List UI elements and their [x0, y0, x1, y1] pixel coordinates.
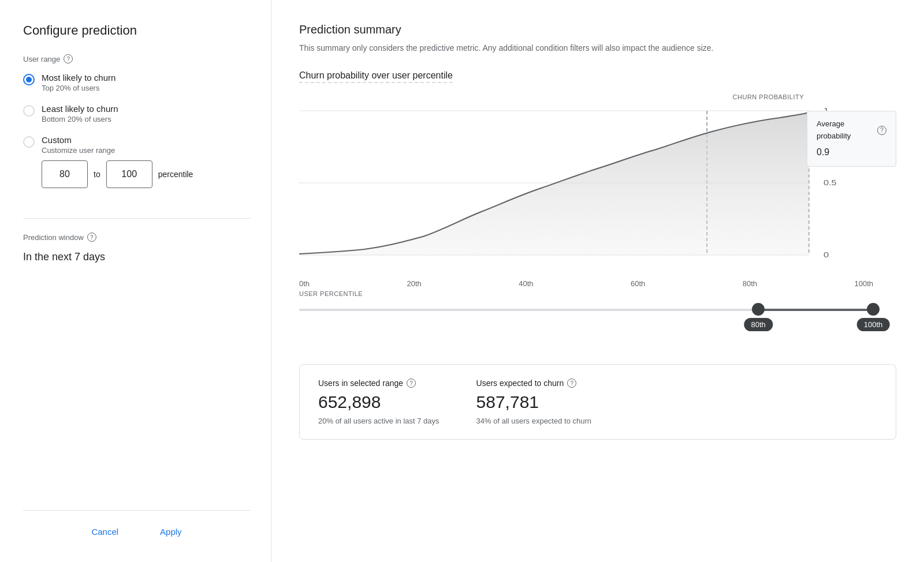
- cancel-button[interactable]: Cancel: [77, 520, 132, 544]
- radio-subtitle-most-likely: Top 20% of users: [42, 84, 116, 92]
- percentile-to-input[interactable]: [106, 160, 152, 188]
- slider-thumb-right[interactable]: 100th: [867, 303, 880, 316]
- divider-1: [23, 218, 250, 219]
- radio-group: Most likely to churn Top 20% of users Le…: [23, 73, 250, 188]
- x-label-20: 20th: [407, 279, 422, 288]
- chart-title: Churn probability over user percentile: [299, 70, 453, 83]
- user-range-help-icon[interactable]: ?: [64, 54, 73, 63]
- tooltip-help-icon[interactable]: ?: [877, 126, 886, 135]
- left-panel: Configure prediction User range ? Most l…: [0, 0, 271, 562]
- user-range-label: User range: [23, 55, 60, 63]
- radio-circle-least-likely[interactable]: [23, 105, 35, 117]
- configure-title: Configure prediction: [23, 23, 250, 38]
- radio-subtitle-custom: Customize user range: [42, 146, 193, 155]
- slider-label-right: 100th: [857, 318, 890, 331]
- slider-fill: [758, 309, 873, 311]
- stat-users-selected-label: Users in selected range: [318, 379, 403, 388]
- radio-least-likely[interactable]: Least likely to churn Bottom 20% of user…: [23, 104, 250, 123]
- percentile-from-input[interactable]: [42, 160, 88, 188]
- stat-users-churn-value: 587,781: [476, 392, 591, 412]
- stat-users-churn-note: 34% of all users expected to churn: [476, 417, 591, 425]
- user-range-section: User range ?: [23, 54, 250, 63]
- x-label-100: 100th: [854, 279, 873, 288]
- stat-users-selected-help-icon[interactable]: ?: [407, 379, 416, 388]
- radio-title-custom: Custom: [42, 135, 193, 145]
- prediction-window-label: Prediction window: [23, 233, 84, 242]
- prediction-window-section: Prediction window ? In the next 7 days: [23, 233, 250, 263]
- chart-section: Churn probability over user percentile C…: [299, 70, 896, 336]
- stat-users-churn-label: Users expected to churn: [476, 379, 564, 388]
- radio-most-likely[interactable]: Most likely to churn Top 20% of users: [23, 73, 250, 92]
- slider-track: [299, 309, 873, 311]
- percentile-inputs: to percentile: [42, 160, 193, 188]
- x-label-80: 80th: [743, 279, 757, 288]
- prediction-window-value: In the next 7 days: [23, 251, 250, 263]
- radio-title-most-likely: Most likely to churn: [42, 73, 116, 83]
- prediction-window-help-icon[interactable]: ?: [87, 233, 96, 242]
- x-label-0: 0th: [299, 279, 310, 288]
- slider-label-left: 80th: [744, 318, 773, 331]
- radio-circle-custom[interactable]: [23, 136, 35, 148]
- y-label-05: 0.5: [824, 179, 837, 187]
- summary-description: This summary only considers the predicti…: [299, 42, 796, 54]
- percentile-unit-label: percentile: [158, 170, 193, 179]
- range-slider[interactable]: 80th 100th: [299, 302, 873, 336]
- radio-custom[interactable]: Custom Customize user range to percentil…: [23, 135, 250, 188]
- tooltip-line1: Average probability: [817, 118, 875, 143]
- churn-prob-axis-label: CHURN PROBABILITY: [733, 93, 804, 100]
- stat-users-selected-note: 20% of all users active in last 7 days: [318, 417, 439, 425]
- stat-users-selected-value: 652,898: [318, 392, 439, 412]
- tooltip-value: 0.9: [817, 145, 886, 160]
- right-panel: Prediction summary This summary only con…: [271, 0, 924, 562]
- summary-stats: Users in selected range ? 652,898 20% of…: [299, 364, 896, 440]
- x-axis-title: USER PERCENTILE: [299, 290, 896, 297]
- y-label-0: 0: [824, 251, 829, 259]
- x-label-40: 40th: [519, 279, 533, 288]
- stat-users-churn: Users expected to churn ? 587,781 34% of…: [476, 379, 591, 425]
- stat-users-churn-help-icon[interactable]: ?: [567, 379, 576, 388]
- radio-subtitle-least-likely: Bottom 20% of users: [42, 115, 118, 123]
- chart-container: CHURN PROBABILITY: [299, 93, 896, 336]
- apply-button[interactable]: Apply: [146, 520, 196, 544]
- x-label-60: 60th: [631, 279, 645, 288]
- radio-circle-most-likely[interactable]: [23, 74, 35, 85]
- to-label: to: [94, 170, 100, 179]
- tooltip-box: Average probability ? 0.9: [807, 111, 896, 167]
- action-buttons: Cancel Apply: [23, 510, 250, 544]
- slider-thumb-left[interactable]: 80th: [752, 303, 765, 316]
- stat-users-selected: Users in selected range ? 652,898 20% of…: [318, 379, 439, 425]
- radio-title-least-likely: Least likely to churn: [42, 104, 118, 114]
- summary-title: Prediction summary: [299, 23, 896, 36]
